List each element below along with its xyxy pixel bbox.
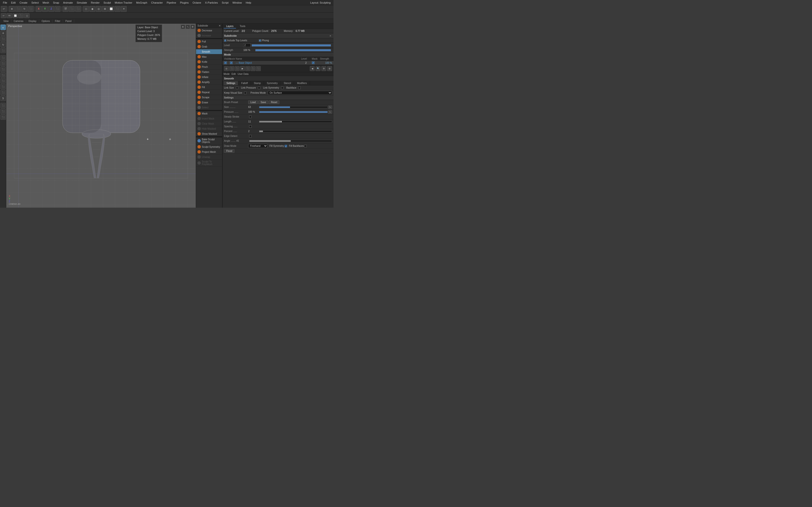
tool-z[interactable]: Z (48, 6, 54, 12)
save-button[interactable]: Save (258, 101, 268, 104)
tool-render[interactable]: 🎬 (63, 6, 68, 12)
vp-btn-zoom[interactable]: ⤡ (186, 24, 190, 29)
spacing-cb[interactable] (249, 125, 252, 128)
link-pressure-cb[interactable] (258, 87, 260, 89)
include-top-levels-cb[interactable]: ✓ (224, 39, 226, 42)
menu-script[interactable]: Script (220, 1, 231, 5)
tb2-btn4[interactable]: ⬛ (18, 13, 24, 18)
phong-cb[interactable]: ✓ (259, 39, 261, 42)
menu-xparticles[interactable]: X-Particles (203, 1, 220, 5)
sculpt-tool-repeat[interactable]: Repeat (196, 90, 222, 95)
row-visible-cb[interactable]: ✓ (224, 61, 227, 64)
tab-filter[interactable]: Filter (52, 19, 63, 23)
tool-scale[interactable]: ⬛ (15, 6, 21, 12)
smooth-tab-stamp[interactable]: Stamp (251, 81, 264, 85)
undo-button[interactable]: ↩ (1, 6, 7, 12)
menu-render[interactable]: Render (89, 1, 101, 5)
smooth-tab-stencil[interactable]: Stencil (281, 81, 294, 85)
tool-render2[interactable]: ⬛ (69, 6, 75, 12)
angle-slider[interactable] (249, 140, 332, 142)
user-data-subtab[interactable]: User Data (238, 73, 248, 75)
left-tool-move[interactable]: ✛ (0, 31, 6, 36)
sculpt-tool-pinch[interactable]: Pinch (196, 64, 222, 69)
row-mask-cb[interactable]: ✓ (312, 61, 315, 64)
menu-edit[interactable]: Edit (9, 1, 18, 5)
sculpt-tool-bake[interactable]: Bake Sculpt Objects (196, 137, 222, 145)
sculpt-tool-flatten[interactable]: Flatten (196, 69, 222, 74)
smooth-tab-falloff[interactable]: Falloff (238, 81, 251, 85)
viewport[interactable]: Perspective Layer: Base Object Current L… (6, 24, 196, 208)
menu-create[interactable]: Create (18, 1, 30, 5)
left-tool-15[interactable]: ⬛ (0, 109, 6, 114)
left-tool-10[interactable]: ⬛ (0, 78, 6, 83)
menu-mograph[interactable]: MoGraph (134, 1, 149, 5)
tb2-btn1[interactable]: ↩ (1, 13, 6, 18)
vp-btn-move[interactable]: ⊕ (181, 24, 185, 29)
menu-mesh[interactable]: Mesh (41, 1, 51, 5)
smooth-nav-btn[interactable]: ◀ (310, 66, 315, 71)
smooth-icon-btn-2[interactable]: ⬛ (230, 66, 234, 71)
smooth-search-btn[interactable]: 🔍 (316, 66, 320, 71)
size-fx[interactable]: fx (328, 106, 332, 109)
pressure-slider[interactable] (259, 111, 328, 113)
view-grid[interactable]: ⊞ (102, 6, 108, 12)
left-tool-8[interactable]: ⬛ (0, 67, 6, 72)
menu-window[interactable]: Window (231, 1, 244, 5)
row-lock-cb[interactable]: ✓ (230, 61, 233, 64)
tool-render3[interactable]: ⬛ (75, 6, 81, 12)
left-tool-12[interactable]: ⬛ (0, 90, 6, 95)
reset-button[interactable]: Reset (269, 101, 280, 104)
fill-backfaces-cb[interactable] (304, 145, 307, 147)
tab-options[interactable]: Options (39, 19, 52, 23)
left-tool-9[interactable]: ⬛ (0, 72, 6, 78)
percent-slider[interactable] (259, 130, 332, 132)
smooth-tab-symmetry[interactable]: Symmetry (264, 81, 281, 85)
left-tool-13[interactable]: S (0, 96, 6, 101)
menu-animate[interactable]: Animate (61, 1, 75, 5)
menu-sculpt[interactable]: Sculpt (101, 1, 113, 5)
sculpt-tool-symmetry[interactable]: Sculpt Symmetry (196, 145, 222, 150)
menu-motion-tracker[interactable]: Motion Tracker (113, 1, 134, 5)
sculpt-tool-show-masked[interactable]: Show Masked (196, 131, 222, 136)
smooth-tab-modifiers[interactable]: Modifiers (294, 81, 310, 85)
menu-pipeline[interactable]: Pipeline (165, 1, 178, 5)
smooth-icon-btn-4[interactable]: ▶ (240, 66, 245, 71)
edit-subtab[interactable]: Edit (232, 73, 236, 75)
subdivide-close[interactable]: ✕ (329, 34, 332, 38)
sculpt-header-subdivide[interactable]: Subdivide ✕ (196, 24, 222, 28)
strength-slider[interactable] (255, 49, 331, 51)
left-tool-6[interactable]: ⬛ (0, 55, 6, 60)
tab-panel[interactable]: Panel (63, 19, 74, 23)
left-tool-rotate[interactable]: ↻ (0, 42, 6, 47)
flood-button[interactable]: Flood (224, 149, 235, 153)
left-tool-16[interactable]: ⬛ (0, 114, 6, 120)
tab-display[interactable]: Display (26, 19, 39, 23)
fill-symmetry-cb[interactable]: ✓ (285, 145, 287, 147)
steady-stroke-cb[interactable] (249, 116, 252, 118)
vp-btn-settings[interactable]: ⚙ (191, 24, 195, 29)
sculpt-tool-decrease[interactable]: Decrease (196, 28, 222, 33)
sculpt-tool-increase[interactable]: Increase (196, 33, 222, 38)
edge-detect-cb[interactable] (249, 135, 252, 137)
tool-x[interactable]: X (36, 6, 42, 12)
menu-character[interactable]: Character (149, 1, 164, 5)
pressure-fx[interactable]: fx (328, 110, 332, 114)
menu-snap[interactable]: Snap (51, 1, 61, 5)
left-tool-5[interactable]: ⬛ (0, 48, 6, 53)
smooth-icon-btn-3[interactable]: ⬛ (235, 66, 240, 71)
menu-octane[interactable]: Octane (191, 1, 203, 5)
smooth-settings-btn[interactable]: ⚙ (321, 66, 326, 71)
level-input[interactable] (243, 44, 251, 47)
view-light[interactable]: ☀ (121, 6, 126, 12)
sculpt-tool-smooth[interactable]: Smooth (196, 49, 222, 54)
left-tool-14[interactable]: ⬛ (0, 103, 6, 108)
phong-checkbox[interactable]: ✓ Phong (259, 39, 269, 42)
menu-file[interactable]: File (1, 1, 9, 5)
view-sculpt-brush[interactable]: ◉ (89, 6, 95, 12)
left-tool-11[interactable]: ⬛ (0, 84, 6, 89)
smooth-tab-settings[interactable]: Settings (223, 81, 238, 85)
tool-y[interactable]: Y (42, 6, 48, 12)
backface-cb[interactable] (298, 87, 301, 89)
tb2-btn3[interactable]: ⬜ (12, 13, 18, 18)
sculpt-tool-pull[interactable]: Pull (196, 39, 222, 44)
